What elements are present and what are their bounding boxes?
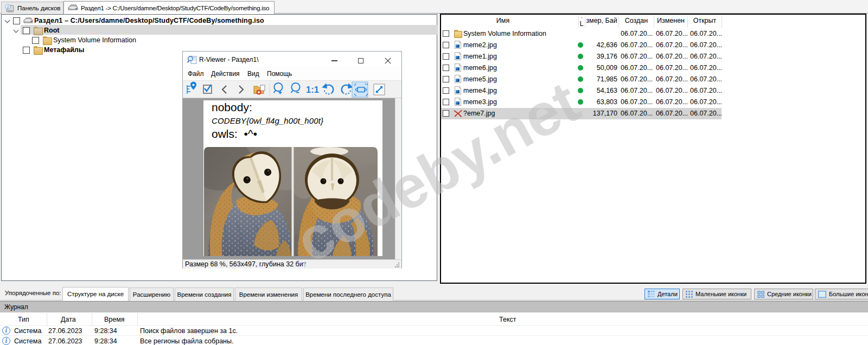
svg-text:1:1: 1:1 <box>306 85 319 94</box>
